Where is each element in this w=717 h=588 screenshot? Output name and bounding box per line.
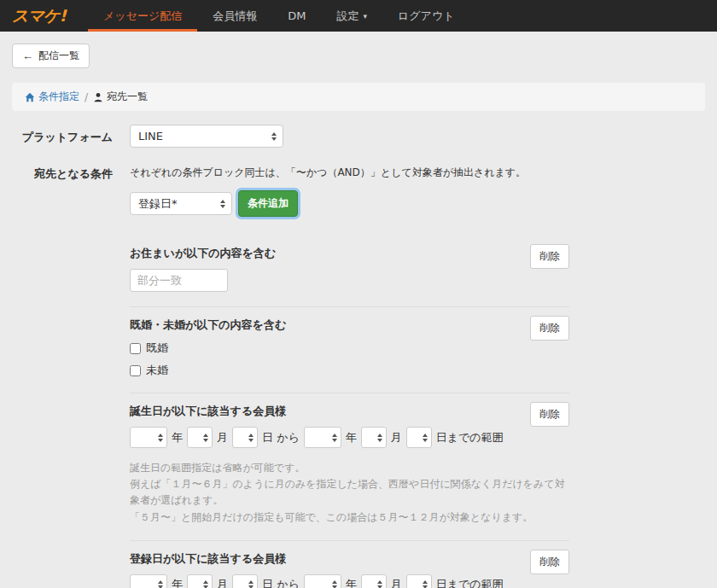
- registration-to-year-select[interactable]: [304, 574, 341, 588]
- brand-logo[interactable]: スマケ!: [12, 5, 66, 27]
- day-from-label: 日 から: [262, 430, 300, 445]
- platform-select-value: LINE: [138, 130, 163, 143]
- platform-row: プラットフォーム LINE: [12, 125, 705, 148]
- block-title: 既婚・未婚が以下の内容を含む: [130, 317, 569, 333]
- select-stepper-icon: [377, 580, 382, 588]
- conditions-label: 宛先となる条件: [12, 161, 113, 588]
- nav-item-dm[interactable]: DM: [272, 0, 321, 32]
- top-navbar: スマケ! メッセージ配信 会員情報 DM 設定 ▾ ログアウト: [0, 0, 717, 32]
- day-to-label: 日までの範囲: [436, 577, 504, 588]
- breadcrumb-current-recipients: 宛先一覧: [93, 90, 148, 104]
- nav-item-label: 会員情報: [213, 9, 257, 24]
- condition-block-birthday: 誕生日が以下に該当する会員様 年 月 日 から 年 月 日までの範囲: [130, 393, 569, 541]
- month-label: 月: [217, 577, 228, 588]
- delete-residence-block-button[interactable]: 削除: [530, 244, 569, 269]
- nav-item-member-info[interactable]: 会員情報: [197, 0, 272, 32]
- condition-type-select-value: 登録日*: [138, 196, 178, 212]
- platform-select[interactable]: LINE: [130, 125, 283, 148]
- registration-to-day-select[interactable]: [406, 574, 432, 588]
- year-label: 年: [346, 577, 357, 588]
- birthday-from-day-select[interactable]: [232, 427, 258, 448]
- breadcrumb-label: 宛先一覧: [107, 90, 148, 104]
- birthday-help-text: 誕生日の範囲指定は省略が可能です。 例えば「１月〜６月」のように月のみを指定した…: [130, 460, 569, 526]
- registration-range-row: 年 月 日 から 年 月 日までの範囲: [130, 574, 569, 588]
- select-stepper-icon: [248, 434, 254, 442]
- select-stepper-icon: [423, 434, 428, 442]
- registration-from-year-select[interactable]: [130, 574, 167, 588]
- residence-match-input[interactable]: [130, 269, 228, 292]
- year-label: 年: [346, 430, 357, 445]
- back-to-delivery-list-button[interactable]: ← 配信一覧: [12, 44, 90, 68]
- registration-from-day-select[interactable]: [232, 574, 258, 588]
- page-body: ← 配信一覧 条件指定 / 宛先一覧 プラットフォーム LINE: [0, 32, 717, 588]
- day-to-label: 日までの範囲: [436, 430, 504, 445]
- nav-item-label: ログアウト: [398, 9, 455, 24]
- caret-down-icon: ▾: [363, 12, 367, 20]
- birthday-from-month-select[interactable]: [187, 427, 213, 448]
- arrow-left-icon: ←: [22, 50, 33, 61]
- select-stepper-icon: [332, 580, 337, 588]
- month-label: 月: [391, 430, 402, 445]
- condition-block-residence: お住まいが以下の内容を含む 削除: [130, 236, 569, 307]
- breadcrumb-link-conditions[interactable]: 条件指定: [25, 90, 79, 104]
- add-condition-button[interactable]: 条件追加: [238, 190, 298, 217]
- select-stepper-icon: [158, 580, 163, 588]
- select-stepper-icon: [271, 132, 277, 141]
- month-label: 月: [217, 430, 228, 445]
- block-title: お住まいが以下の内容を含む: [130, 246, 569, 261]
- nav-item-settings[interactable]: 設定 ▾: [321, 0, 382, 32]
- select-stepper-icon: [248, 580, 254, 588]
- condition-block-registration: 登録日が以下に該当する会員様 年 月 日 から 年 月 日までの範囲: [130, 541, 569, 588]
- birthday-to-year-select[interactable]: [304, 427, 341, 448]
- nav-item-label: メッセージ配信: [103, 9, 182, 24]
- add-condition-row: 登録日* 条件追加: [130, 190, 569, 217]
- condition-block-marital: 既婚・未婚が以下の内容を含む 既婚 未婚 削除: [130, 307, 569, 393]
- married-checkbox-input[interactable]: [130, 343, 141, 354]
- select-stepper-icon: [203, 580, 208, 588]
- select-stepper-icon: [158, 434, 163, 442]
- month-label: 月: [391, 577, 402, 588]
- unmarried-checkbox-input[interactable]: [130, 365, 141, 376]
- birthday-from-year-select[interactable]: [130, 427, 167, 448]
- birthday-range-row: 年 月 日 から 年 月 日までの範囲: [130, 427, 569, 448]
- delete-marital-block-button[interactable]: 削除: [530, 316, 569, 341]
- registration-from-month-select[interactable]: [187, 574, 213, 588]
- breadcrumb-separator: /: [85, 91, 88, 103]
- block-title: 誕生日が以下に該当する会員様: [130, 404, 569, 419]
- birthday-to-month-select[interactable]: [361, 427, 387, 448]
- nav-item-label: DM: [288, 9, 306, 22]
- year-label: 年: [172, 577, 183, 588]
- breadcrumb-label: 条件指定: [38, 90, 79, 104]
- nav-item-message-delivery[interactable]: メッセージ配信: [88, 0, 197, 32]
- select-stepper-icon: [203, 434, 208, 442]
- select-stepper-icon: [220, 200, 225, 208]
- birthday-to-day-select[interactable]: [406, 427, 432, 448]
- condition-type-select[interactable]: 登録日*: [130, 192, 232, 215]
- conditions-row: 宛先となる条件 それぞれの条件ブロック同士は、「〜かつ（AND）」として対象者が…: [12, 161, 705, 588]
- nav-item-logout[interactable]: ログアウト: [382, 0, 470, 32]
- select-stepper-icon: [332, 434, 337, 442]
- year-label: 年: [172, 430, 183, 445]
- checkbox-label: 未婚: [146, 363, 168, 378]
- checkbox-label: 既婚: [146, 341, 168, 356]
- select-stepper-icon: [423, 580, 428, 588]
- nav-item-label: 設定: [336, 9, 358, 24]
- breadcrumb: 条件指定 / 宛先一覧: [12, 83, 705, 111]
- person-icon: [93, 92, 103, 102]
- registration-to-month-select[interactable]: [361, 574, 387, 588]
- condition-blocks: お住まいが以下の内容を含む 削除 既婚・未婚が以下の内容を含む 既婚 未婚: [130, 236, 569, 588]
- checkbox-unmarried[interactable]: 未婚: [130, 363, 569, 378]
- home-icon: [25, 92, 35, 102]
- back-button-label: 配信一覧: [38, 49, 79, 63]
- platform-label: プラットフォーム: [12, 125, 113, 148]
- delete-registration-block-button[interactable]: 削除: [530, 550, 569, 574]
- block-title: 登録日が以下に該当する会員様: [130, 551, 569, 567]
- delete-birthday-block-button[interactable]: 削除: [530, 402, 569, 427]
- conditions-description: それぞれの条件ブロック同士は、「〜かつ（AND）」として対象者が抽出されます。: [130, 166, 569, 180]
- day-from-label: 日 から: [262, 577, 300, 588]
- checkbox-married[interactable]: 既婚: [130, 341, 569, 356]
- select-stepper-icon: [377, 434, 382, 442]
